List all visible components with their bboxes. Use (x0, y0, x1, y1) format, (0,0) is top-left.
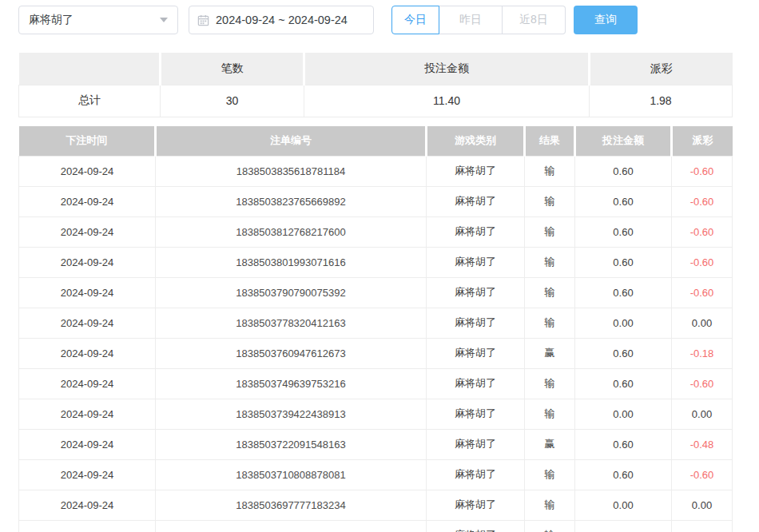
bet-id-cell: 1838503801993071616 (156, 247, 427, 277)
bet-amount-cell: 0.00 (575, 308, 672, 338)
payout-cell: -0.60 (672, 277, 733, 308)
payout-cell: -0.18 (672, 338, 733, 368)
result-cell: 输 (525, 490, 575, 520)
result-cell: 输 (525, 399, 575, 429)
game-type-cell: 麻将胡了 (427, 520, 525, 532)
bet-time-cell: 2024-09-24 (19, 186, 156, 216)
header-payout: 派彩 (672, 126, 733, 156)
bet-id-cell: 1838503778320412163 (156, 308, 427, 338)
bet-amount-cell: 0.60 (575, 459, 672, 490)
bet-id-cell: 1838503760947612673 (156, 338, 427, 368)
game-type-cell: 麻将胡了 (427, 156, 525, 186)
bet-id-cell: 1838503710808878081 (156, 459, 427, 490)
quick-range-today-button[interactable]: 今日 (391, 6, 439, 34)
summary-header-payout: 派彩 (590, 53, 733, 85)
bet-time-cell: 2024-09-24 (19, 459, 156, 490)
summary-total-label: 总计 (19, 85, 161, 117)
bet-time-cell: 2024-09-24 (19, 156, 156, 186)
bet-amount-cell: 0.60 (575, 186, 672, 216)
payout-cell: -0.60 (672, 459, 733, 490)
records-header-row: 下注时间 注单编号 游戏类别 结果 投注金额 派彩 (19, 126, 733, 156)
table-row: 2024-09-241838503801993071616麻将胡了输0.60-0… (19, 247, 733, 277)
summary-total-row: 总计 30 11.40 1.98 (19, 85, 733, 117)
table-row: 2024-09-241838503749639753216麻将胡了输0.60-0… (19, 368, 733, 399)
result-cell: 输 (525, 216, 575, 247)
summary-table: 笔数 投注金额 派彩 总计 30 11.40 1.98 (18, 53, 733, 117)
header-bet-time: 下注时间 (19, 126, 156, 156)
result-cell: 输 (525, 186, 575, 216)
payout-cell: -0.60 (672, 186, 733, 216)
game-type-cell: 麻将胡了 (427, 368, 525, 399)
bet-id-cell: 1838503835618781184 (156, 156, 427, 186)
table-row: 2024-09-241838503778320412163麻将胡了输0.000.… (19, 308, 733, 338)
table-row: 2024-09-241838503697777183234麻将胡了输0.000.… (19, 490, 733, 520)
result-cell: 输 (525, 277, 575, 308)
payout-cell: 0.00 (672, 308, 733, 338)
summary-bet-amount-value: 11.40 (304, 85, 590, 117)
game-type-cell: 麻将胡了 (427, 216, 525, 247)
bet-amount-cell: 0.60 (575, 247, 672, 277)
bet-id-cell: 1838503790790075392 (156, 277, 427, 308)
summary-count-value: 30 (161, 85, 304, 117)
bet-amount-cell: 0.60 (575, 368, 672, 399)
date-range-value: 2024-09-24 ~ 2024-09-24 (216, 14, 348, 26)
calendar-icon (197, 14, 209, 26)
bet-amount-cell: 0.00 (575, 490, 672, 520)
table-row: 2024-09-241838503790790075392麻将胡了输0.60-0… (19, 277, 733, 308)
bet-amount-cell: 0.60 (575, 216, 672, 247)
table-row: 2024-09-241838503739422438913麻将胡了输0.000.… (19, 399, 733, 429)
bet-id-cell (156, 520, 427, 532)
bet-time-cell: 2024-09-24 (19, 368, 156, 399)
bet-time-cell: 2024-09-24 (19, 429, 156, 459)
header-bet-id: 注单编号 (156, 126, 427, 156)
payout-cell: -0.60 (672, 247, 733, 277)
result-cell: 输 (525, 156, 575, 186)
bet-records-table: 下注时间 注单编号 游戏类别 结果 投注金额 派彩 2024-09-241838… (18, 126, 733, 532)
summary-header-empty (19, 53, 161, 85)
result-cell: 输 (525, 459, 575, 490)
game-type-cell: 麻将胡了 (427, 247, 525, 277)
toolbar: 麻将胡了 2024-09-24 ~ 2024-09-24 (18, 6, 638, 34)
bet-amount-cell: 0.60 (575, 277, 672, 308)
bet-amount-cell (575, 520, 672, 532)
chevron-down-icon (160, 18, 168, 22)
bet-time-cell: 2024-09-24 (19, 308, 156, 338)
bet-time-cell: 2024-09-24 (19, 338, 156, 368)
header-bet-amount: 投注金额 (575, 126, 672, 156)
result-cell: 输 (525, 368, 575, 399)
bet-time-cell: 2024-09-24 (19, 399, 156, 429)
payout-cell: -0.48 (672, 429, 733, 459)
quick-range-group: 今日 昨日 近8日 (391, 6, 566, 34)
table-row: 2024-09-241838503760947612673麻将胡了赢0.60-0… (19, 338, 733, 368)
query-button[interactable]: 查询 (574, 6, 638, 34)
quick-range-yesterday-button[interactable]: 昨日 (439, 6, 503, 34)
game-type-cell: 麻将胡了 (427, 459, 525, 490)
result-cell: 赢 (525, 429, 575, 459)
date-range-picker[interactable]: 2024-09-24 ~ 2024-09-24 (189, 6, 374, 34)
bet-amount-cell: 0.60 (575, 429, 672, 459)
quick-range-8days-button[interactable]: 近8日 (503, 6, 566, 34)
table-row: 2024-09-241838503835618781184麻将胡了输0.60-0… (19, 156, 733, 186)
bet-id-cell: 1838503812768217600 (156, 216, 427, 247)
bet-id-cell: 1838503739422438913 (156, 399, 427, 429)
summary-header-count: 笔数 (161, 53, 304, 85)
payout-cell: -0.60 (672, 216, 733, 247)
bet-time-cell: 2024-09-24 (19, 216, 156, 247)
table-row: 2024-09-241838503823765669892麻将胡了输0.60-0… (19, 186, 733, 216)
bet-time-cell: 2024-09-24 (19, 277, 156, 308)
game-type-cell: 麻将胡了 (427, 308, 525, 338)
bet-amount-cell: 0.60 (575, 338, 672, 368)
bet-time-cell: 2024-09-24 (19, 490, 156, 520)
payout-cell (672, 520, 733, 532)
game-type-cell: 麻将胡了 (427, 338, 525, 368)
summary-header-row: 笔数 投注金额 派彩 (19, 53, 733, 85)
table-row: 2024-09-241838503722091548163麻将胡了赢0.60-0… (19, 429, 733, 459)
result-cell: 输 (525, 520, 575, 532)
result-cell: 赢 (525, 338, 575, 368)
summary-header-bet-amount: 投注金额 (304, 53, 590, 85)
game-type-cell: 麻将胡了 (427, 186, 525, 216)
table-row: 2024-09-241838503812768217600麻将胡了输0.60-0… (19, 216, 733, 247)
game-select[interactable]: 麻将胡了 (18, 6, 178, 34)
bet-id-cell: 1838503823765669892 (156, 186, 427, 216)
bet-time-cell: 2024-09-24 (19, 247, 156, 277)
